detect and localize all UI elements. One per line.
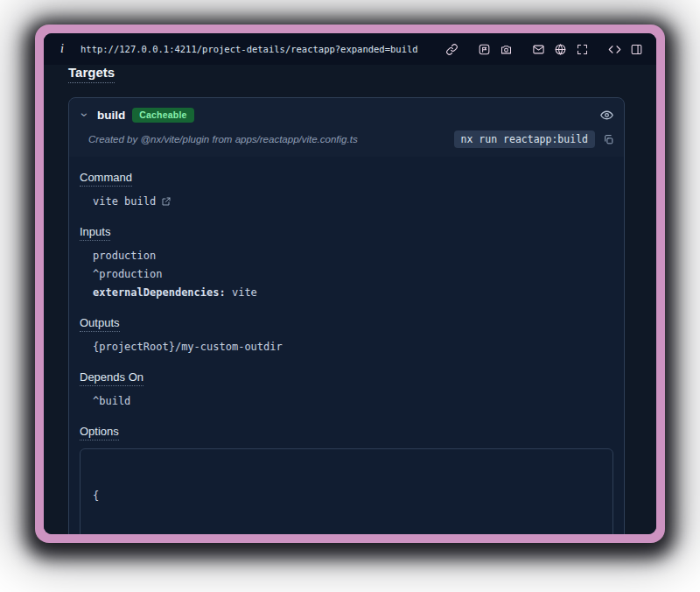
url-bar[interactable]: http://127.0.0.1:4211/project-details/re… [80, 44, 418, 54]
section-heading-command: Command [80, 171, 132, 187]
build-card-header: › build Cacheable Created by @nx/vite/pl… [69, 98, 624, 157]
copy-icon[interactable] [601, 132, 615, 146]
input-item: production [93, 249, 613, 264]
created-by-text: Created by @nx/vite/plugin from apps/rea… [88, 134, 358, 144]
input-item: ^production [93, 267, 613, 282]
flag-icon[interactable] [477, 42, 492, 57]
build-card-body: Command vite build Inputs production ^pr… [69, 157, 624, 534]
browser-window: i http://127.0.0.1:4211/project-details/… [35, 25, 665, 543]
section-outputs: Outputs {projectRoot}/my-custom-outdir [80, 314, 613, 355]
cacheable-badge: Cacheable [132, 108, 193, 123]
eye-icon[interactable] [598, 106, 615, 123]
external-link-icon[interactable] [161, 196, 172, 207]
target-name: build [97, 109, 125, 122]
section-heading-inputs: Inputs [80, 225, 110, 241]
page-title: Targets [68, 65, 115, 83]
target-card-build: › build Cacheable Created by @nx/vite/pl… [68, 97, 625, 534]
code-icon[interactable] [607, 42, 622, 57]
section-command: Command vite build [80, 169, 613, 209]
section-options: Options { "cwd": "apps/reactapp" } [80, 423, 613, 534]
external-deps-key: externalDependencies: [93, 286, 226, 299]
section-inputs: Inputs production ^production externalDe… [80, 223, 613, 300]
expand-icon[interactable] [575, 42, 590, 57]
options-json-block: { "cwd": "apps/reactapp" } [80, 448, 613, 534]
section-depends-on: Depends On ^build [80, 369, 613, 409]
command-value: vite build [93, 194, 613, 209]
section-heading-depends-on: Depends On [80, 370, 144, 386]
mail-icon[interactable] [531, 42, 546, 57]
info-icon[interactable]: i [56, 42, 68, 56]
section-heading-options: Options [80, 425, 119, 440]
link-icon[interactable] [444, 42, 459, 57]
run-command-chip: nx run reactapp:build [454, 130, 595, 148]
input-item-external-deps: externalDependencies: vite [93, 285, 613, 300]
command-text: vite build [93, 195, 156, 208]
chevron-down-icon: › [79, 109, 91, 120]
camera-icon[interactable] [499, 42, 514, 57]
external-deps-value: vite [226, 286, 257, 299]
depends-on-item: ^build [93, 394, 613, 409]
build-header-subrow: Created by @nx/vite/plugin from apps/rea… [80, 130, 615, 148]
book-icon[interactable] [629, 42, 644, 57]
output-item: {projectRoot}/my-custom-outdir [93, 340, 613, 355]
project-details-view: Targets › build Cacheable Created by @nx… [44, 65, 656, 534]
json-line: { [93, 488, 600, 504]
section-heading-outputs: Outputs [80, 316, 120, 332]
build-header-row[interactable]: › build Cacheable [80, 105, 615, 124]
globe-icon[interactable] [553, 42, 568, 57]
app-frame: i http://127.0.0.1:4211/project-details/… [44, 33, 656, 534]
browser-topbar: i http://127.0.0.1:4211/project-details/… [44, 33, 656, 65]
